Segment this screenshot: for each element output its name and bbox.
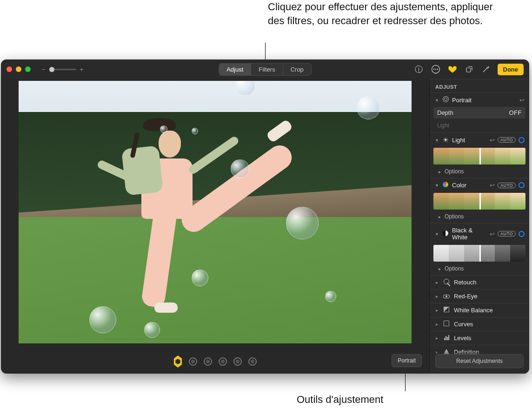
tool-levels[interactable]: ▸ Levels — [430, 331, 529, 345]
depth-state: OFF — [509, 109, 522, 116]
curves-icon — [443, 321, 450, 328]
chevron-right-icon: ▸ — [437, 169, 442, 174]
panel-head-color[interactable]: ▾ Color ↩ AUTO — [430, 178, 529, 192]
panel-head-bw[interactable]: ▾ Black & White ↩ AUTO — [430, 224, 529, 244]
tool-label: Levels — [454, 335, 472, 342]
light-icon: ☀ — [442, 136, 449, 144]
photo-stage — [1, 79, 429, 349]
reset-adjustments-button[interactable]: Reset Adjustments — [435, 354, 524, 368]
svg-point-3 — [437, 69, 438, 70]
color-icon — [442, 182, 449, 189]
aperture-option-2[interactable] — [203, 357, 213, 366]
panel-title: Black & White — [452, 227, 487, 241]
aperture-option-1[interactable] — [188, 357, 198, 366]
done-button[interactable]: Done — [498, 64, 524, 75]
reset-icon[interactable]: ↩ — [490, 230, 495, 237]
auto-enhance-icon[interactable] — [481, 64, 491, 74]
retouch-icon — [443, 279, 450, 286]
favorite-icon[interactable] — [447, 64, 458, 74]
light-strip[interactable] — [433, 148, 525, 165]
zoom-plus-icon: + — [80, 66, 84, 73]
tool-label: Curves — [454, 321, 473, 328]
lighting-strip: Portrait — [1, 349, 429, 374]
chevron-right-icon: ▸ — [434, 336, 439, 341]
titlebar: − + Adjust Filters Crop ⓘ — [1, 59, 529, 79]
rotate-icon[interactable] — [464, 64, 474, 74]
reset-icon[interactable]: ↩ — [490, 182, 495, 189]
reset-bar: Reset Adjustments — [430, 350, 529, 374]
options-label: Options — [445, 265, 464, 272]
adjust-sidebar[interactable]: ADJUST ▾ Portrait ↩ Depth OFF Light ▾ — [429, 79, 529, 374]
panel-head-light[interactable]: ▾ ☀ Light ↩ AUTO — [430, 133, 529, 147]
tool-redeye[interactable]: ▸ Red-Eye — [430, 289, 529, 303]
tool-curves[interactable]: ▸ Curves — [430, 317, 529, 331]
fullscreen-window-button[interactable] — [25, 66, 31, 72]
zoom-slider[interactable]: − + — [42, 66, 83, 73]
chevron-down-icon: ▾ — [434, 231, 439, 237]
auto-button[interactable]: AUTO — [498, 231, 516, 237]
tab-crop[interactable]: Crop — [283, 64, 311, 75]
chevron-down-icon: ▾ — [434, 98, 439, 103]
sidebar-header: ADJUST — [430, 79, 529, 92]
zoom-track[interactable] — [49, 69, 76, 70]
annotation-top: Cliquez pour effectuer des ajustements, … — [268, 0, 500, 27]
bw-strip[interactable] — [433, 245, 525, 262]
tool-white-balance[interactable]: ▸ White Balance — [430, 303, 529, 317]
auto-button[interactable]: AUTO — [498, 183, 516, 188]
tool-label: White Balance — [454, 307, 493, 314]
more-icon[interactable] — [431, 64, 441, 74]
svg-point-2 — [435, 69, 436, 70]
panel-title: Light — [452, 137, 487, 144]
close-window-button[interactable] — [7, 66, 12, 72]
chevron-right-icon: ▸ — [437, 266, 442, 271]
toggle-ring[interactable] — [519, 137, 525, 143]
portrait-depth-row[interactable]: Depth OFF — [433, 107, 525, 118]
info-icon[interactable]: ⓘ — [414, 64, 424, 74]
toggle-ring[interactable] — [519, 182, 525, 188]
zoom-knob[interactable] — [49, 67, 54, 72]
annotation-bottom: Outils d'ajustement — [297, 393, 418, 407]
svg-point-1 — [433, 69, 434, 70]
panel-portrait: ▾ Portrait ↩ Depth OFF Light — [430, 92, 529, 132]
depth-label: Depth — [437, 109, 453, 116]
aperture-original[interactable] — [173, 357, 183, 366]
chevron-right-icon: ▸ — [437, 214, 442, 219]
tab-adjust[interactable]: Adjust — [219, 64, 251, 75]
options-label: Options — [445, 168, 464, 175]
white-balance-icon — [443, 307, 450, 314]
strip-marker[interactable] — [479, 245, 481, 262]
reset-icon[interactable]: ↩ — [519, 97, 525, 104]
svg-rect-4 — [466, 68, 471, 72]
strip-marker[interactable] — [479, 193, 481, 210]
aperture-icon — [442, 96, 449, 104]
portrait-badge-button[interactable]: Portrait — [392, 354, 422, 367]
chevron-right-icon: ▸ — [434, 294, 439, 299]
tool-label: Red-Eye — [454, 293, 478, 300]
toggle-ring[interactable] — [519, 231, 525, 237]
panel-bw: ▾ Black & White ↩ AUTO ▸ Options — [430, 223, 529, 275]
window-controls — [7, 66, 31, 72]
chevron-right-icon: ▸ — [434, 280, 439, 285]
panel-light: ▾ ☀ Light ↩ AUTO ▸ Options — [430, 132, 529, 178]
bw-icon — [442, 230, 449, 237]
color-strip[interactable] — [433, 193, 525, 210]
light-options[interactable]: ▸ Options — [430, 166, 529, 178]
color-options[interactable]: ▸ Options — [430, 211, 529, 223]
reset-icon[interactable]: ↩ — [490, 137, 495, 144]
minimize-window-button[interactable] — [16, 66, 21, 72]
tool-retouch[interactable]: ▸ Retouch — [430, 275, 529, 289]
chevron-down-icon: ▾ — [434, 183, 439, 188]
strip-marker[interactable] — [479, 148, 481, 165]
main-area: Portrait ADJUST ▾ Portrait ↩ Depth OFF L… — [1, 79, 529, 374]
photo[interactable] — [19, 81, 412, 343]
aperture-option-5[interactable] — [248, 357, 257, 366]
eye-icon — [443, 293, 450, 300]
photos-edit-window: − + Adjust Filters Crop ⓘ — [1, 59, 529, 374]
aperture-option-4[interactable] — [233, 357, 242, 366]
tab-filters[interactable]: Filters — [251, 64, 282, 75]
panel-head-portrait[interactable]: ▾ Portrait ↩ — [430, 93, 529, 107]
toolbar-right: ⓘ Done — [414, 64, 524, 75]
auto-button[interactable]: AUTO — [498, 137, 516, 143]
aperture-option-3[interactable] — [218, 357, 227, 366]
bw-options[interactable]: ▸ Options — [430, 263, 529, 275]
